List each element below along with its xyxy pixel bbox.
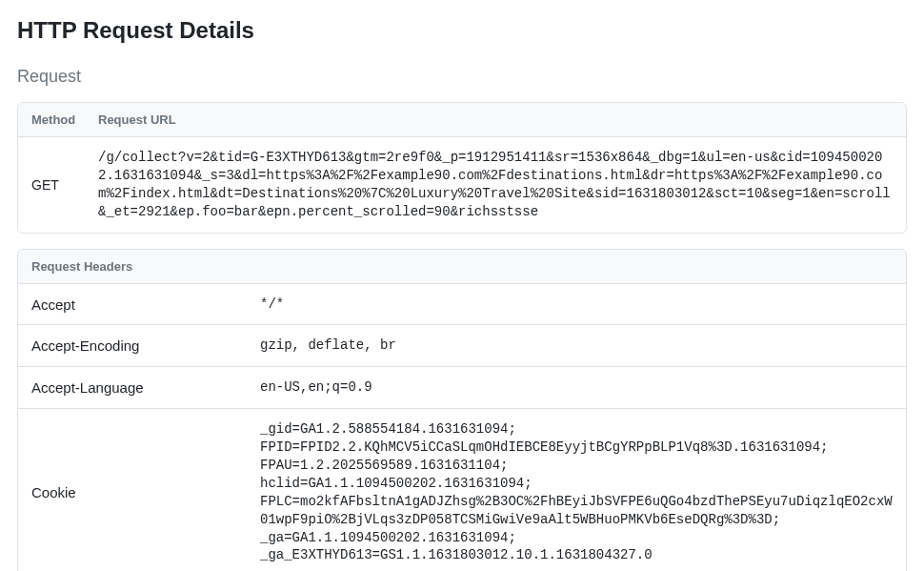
table-row: Accept */* <box>18 284 906 326</box>
table-row: Accept-Language en-US,en;q=0.9 <box>18 367 906 409</box>
header-name: Accept-Language <box>31 379 260 396</box>
table-row: Accept-Encoding gzip, deflate, br <box>18 325 906 367</box>
header-name: Cookie <box>31 484 260 500</box>
request-url: /g/collect?v=2&tid=G-E3XTHYD613&gtm=2re9… <box>98 149 893 221</box>
header-value: gzip, deflate, br <box>260 336 893 355</box>
request-method: GET <box>31 177 83 193</box>
request-col-method: Method <box>31 112 83 127</box>
section-request-title: Request <box>17 67 907 87</box>
request-panel-header: Method Request URL <box>18 103 906 137</box>
header-value: _gid=GA1.2.588554184.1631631094; FPID=FP… <box>260 420 893 564</box>
header-value: */* <box>260 296 893 314</box>
header-value: en-US,en;q=0.9 <box>260 378 893 397</box>
header-name: Accept-Encoding <box>31 337 260 354</box>
table-row: Cookie _gid=GA1.2.588554184.1631631094; … <box>18 409 906 571</box>
page-title: HTTP Request Details <box>17 17 907 44</box>
headers-panel-header: Request Headers <box>18 250 906 284</box>
request-panel: Method Request URL GET /g/collect?v=2&ti… <box>17 102 907 234</box>
header-name: Accept <box>31 296 260 313</box>
headers-panel-title: Request Headers <box>31 259 132 274</box>
request-row: GET /g/collect?v=2&tid=G-E3XTHYD613&gtm=… <box>18 137 906 233</box>
headers-panel: Request Headers Accept */* Accept-Encodi… <box>17 249 907 571</box>
request-col-url: Request URL <box>98 112 176 127</box>
